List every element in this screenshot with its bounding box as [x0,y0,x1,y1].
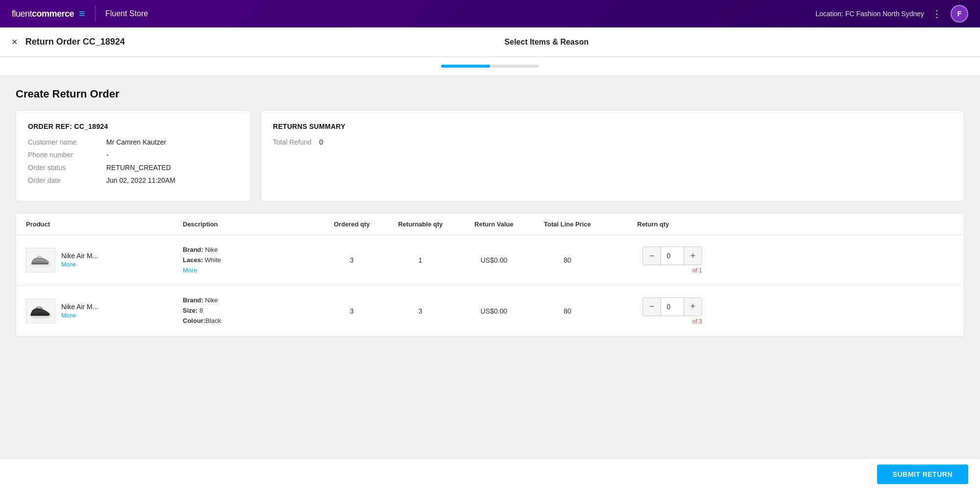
store-name: Fluent Store [105,9,148,18]
of-label-2: of 3 [692,318,702,325]
submit-return-button[interactable]: SUBMIT RETURN [877,465,968,484]
logo-text: fluentcommerce [12,9,74,19]
progress-bar-background [441,65,539,68]
header-right: Location: FC Fashion North Sydney ⋮ F [815,5,968,23]
svg-rect-3 [30,314,49,316]
order-status-label: Order status [28,164,106,172]
app-header: fluentcommerce ≡ Fluent Store Location: … [0,0,980,27]
ordered-qty-1: 3 [320,256,384,264]
order-card: ORDER REF: CC_18924 Customer name Mr Cam… [16,110,251,201]
col-product: Product [26,220,183,228]
progress-bar-fill [441,65,490,68]
phone-number-value: - [106,151,109,159]
stepper-increment-1[interactable]: + [684,247,702,265]
phone-number-label: Phone number [28,151,106,159]
step-title: Select Items & Reason [505,38,589,47]
product-cell-1: Nike Air M... More [26,248,183,272]
stepper-row-2: − + [642,297,702,316]
col-description: Description [183,220,320,228]
returnable-qty-1: 1 [384,256,457,264]
col-return-qty: Return qty [604,220,702,228]
ordered-qty-2: 3 [320,307,384,315]
total-refund-label: Total Refund [273,138,312,146]
desc-line-laces-1: Laces: White [183,255,320,266]
order-date-row: Order date Jun 02, 2022 11:20AM [28,176,239,184]
product-image-1 [26,248,55,272]
items-table: Product Description Ordered qty Returnab… [16,213,964,337]
order-status-row: Order status RETURN_CREATED [28,164,239,172]
table-header-row: Product Description Ordered qty Returnab… [16,214,964,235]
qty-stepper-1: − + of 1 [604,246,702,274]
product-info-2: Nike Air M... More [61,303,98,319]
order-status-value: RETURN_CREATED [106,164,171,172]
total-refund-row: Total Refund 0 [273,138,952,146]
logo-symbol-icon: ≡ [79,7,85,20]
desc-line-size-2: Size: 8 [183,306,320,316]
order-card-header: ORDER REF: CC_18924 [28,122,239,130]
svg-rect-1 [31,263,49,264]
customer-name-value: Mr Camren Kautzer [106,138,166,146]
logo: fluentcommerce ≡ [12,7,85,20]
of-label-1: of 1 [692,267,702,274]
total-line-price-1: 80 [531,256,604,264]
shoe-image-2 [28,301,53,321]
progress-container [0,57,980,76]
stepper-row-1: − + [642,246,702,265]
product-name-2: Nike Air M... [61,303,98,311]
location-label: Location: FC Fashion North Sydney [815,10,924,18]
desc-cell-1: Brand: Nike Laces: White More [183,245,320,275]
product-name-1: Nike Air M... [61,252,98,260]
page-title: Create Return Order [16,88,964,100]
stepper-input-1[interactable] [661,247,684,265]
col-returnable-qty: Returnable qty [384,220,457,228]
col-ordered-qty: Ordered qty [320,220,384,228]
top-bar: × Return Order CC_18924 Select Items & R… [0,27,980,57]
shoe-image-1 [28,250,53,270]
stepper-input-2[interactable] [661,298,684,316]
header-divider [95,6,96,22]
more-options-icon[interactable]: ⋮ [932,8,943,20]
cards-row: ORDER REF: CC_18924 Customer name Mr Cam… [16,110,964,201]
stepper-increment-2[interactable]: + [684,298,702,316]
product-info-1: Nike Air M... More [61,252,98,269]
customer-name-label: Customer name [28,138,106,146]
stepper-decrement-1[interactable]: − [643,247,661,265]
qty-stepper-2: − + of 3 [604,297,702,325]
col-return-value: Return Value [457,220,531,228]
desc-line-brand-1: Brand: Nike [183,245,320,255]
return-value-2: US$0.00 [457,307,531,315]
order-date-value: Jun 02, 2022 11:20AM [106,176,175,184]
desc-line-brand-2: Brand: Nike [183,295,320,306]
table-row: Nike Air M... More Brand: Nike Laces: Wh… [16,235,964,286]
returns-summary-header: RETURNS SUMMARY [273,122,952,130]
total-refund-value: 0 [319,138,323,146]
col-total-line-price: Total Line Price [531,220,604,228]
phone-number-row: Phone number - [28,151,239,159]
user-avatar[interactable]: F [951,5,968,23]
stepper-decrement-2[interactable]: − [643,298,661,316]
product-more-link-2[interactable]: More [61,312,76,319]
customer-name-row: Customer name Mr Camren Kautzer [28,138,239,146]
order-date-label: Order date [28,176,106,184]
desc-cell-2: Brand: Nike Size: 8 Colour:Black [183,295,320,326]
total-line-price-2: 80 [531,307,604,315]
product-cell-2: Nike Air M... More [26,299,183,323]
returns-summary-card: RETURNS SUMMARY Total Refund 0 [261,110,964,201]
return-order-title: Return Order CC_18924 [25,37,125,47]
product-image-2 [26,299,55,323]
return-value-1: US$0.00 [457,256,531,264]
desc-line-colour-2: Colour:Black [183,316,320,326]
desc-more-link-1[interactable]: More [183,267,197,274]
close-button[interactable]: × [12,36,18,48]
product-more-link-1[interactable]: More [61,261,76,268]
table-row: Nike Air M... More Brand: Nike Size: 8 C… [16,286,964,336]
footer-bar: SUBMIT RETURN [0,458,980,490]
main-content: Create Return Order ORDER REF: CC_18924 … [0,76,980,348]
returnable-qty-2: 3 [384,307,457,315]
